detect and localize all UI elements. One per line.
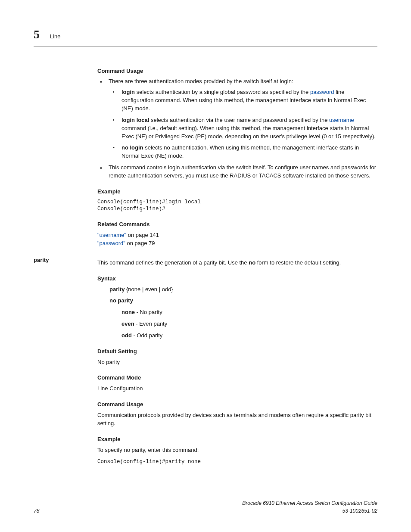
command-usage-heading: Command Usage <box>97 401 377 409</box>
text-segment: on page 79 <box>125 240 155 246</box>
syntax-option: even - Even parity <box>121 320 377 328</box>
chapter-number: 5 <box>34 26 40 44</box>
no-keyword: no <box>249 259 255 266</box>
syntax-option: none - No parity <box>121 308 377 317</box>
password-link[interactable]: password <box>310 89 334 95</box>
footer-right: Brocade 6910 Ethernet Access Switch Conf… <box>242 500 377 515</box>
chapter-title: Line <box>50 33 61 41</box>
mode-name: no login <box>121 144 143 151</box>
text-segment: This command defines the generation of a… <box>97 259 249 266</box>
related-commands-heading: Related Commands <box>97 221 377 229</box>
text-segment: selects authentication via the user name… <box>149 117 329 123</box>
syntax-args: {none | even | odd} <box>125 286 173 292</box>
mode-name: login local <box>121 117 149 123</box>
option-name: none <box>121 309 135 315</box>
syntax-heading: Syntax <box>97 275 377 283</box>
intro-text: There are three authentication modes pro… <box>109 78 293 84</box>
default-setting-heading: Default Setting <box>97 348 377 356</box>
login-content: Command Usage There are three authentica… <box>97 67 377 248</box>
parity-side-label: parity <box>34 256 49 264</box>
example-heading: Example <box>97 188 377 196</box>
option-desc: - Even parity <box>134 320 168 327</box>
page-footer: 78 Brocade 6910 Ethernet Access Switch C… <box>34 500 377 515</box>
mode-name: login <box>121 89 135 95</box>
text-segment: selects authentication by a single globa… <box>135 89 310 95</box>
list-item: no login selects no authentication. When… <box>109 144 377 160</box>
text-segment: form to restore the default setting. <box>255 259 341 266</box>
syntax-cmd: no parity <box>109 297 133 304</box>
page-container: 5 Line Command Usage There are three aut… <box>0 0 411 532</box>
doc-number: 53-1002651-02 <box>342 508 377 514</box>
list-item: This command controls login authenticati… <box>97 164 377 180</box>
parity-content: This command defines the generation of a… <box>97 259 377 466</box>
command-usage-text: Communication protocols provided by devi… <box>97 411 377 428</box>
usage-list: There are three authentication modes pro… <box>97 78 377 180</box>
text-segment: selects no authentication. When using th… <box>121 144 359 159</box>
option-name: even <box>121 320 134 327</box>
command-mode-value: Line Configuration <box>97 385 377 393</box>
example-code: Console(config-line)#parity none <box>97 458 377 466</box>
auth-modes-list: login selects authentication by a single… <box>109 88 377 160</box>
syntax-cmd: parity <box>109 286 125 292</box>
option-desc: - Odd parity <box>132 332 163 339</box>
username-link[interactable]: username <box>329 117 354 123</box>
doc-title: Brocade 6910 Ethernet Access Switch Conf… <box>242 500 377 506</box>
syntax-line: no parity <box>109 297 377 305</box>
related-commands: "username" on page 141 "password" on pag… <box>97 231 377 248</box>
parity-intro: This command defines the generation of a… <box>97 259 377 267</box>
command-usage-heading: Command Usage <box>97 67 377 75</box>
example-intro: To specify no parity, enter this command… <box>97 446 377 454</box>
default-setting-value: No parity <box>97 358 377 367</box>
list-item: login selects authentication by a single… <box>109 88 377 113</box>
option-name: odd <box>121 332 132 339</box>
example-code: Console(config-line)#login local Console… <box>97 199 377 213</box>
related-password-link[interactable]: "password" <box>97 240 125 246</box>
list-item: login local selects authentication via t… <box>109 116 377 141</box>
text-segment: command (i.e., default setting). When us… <box>121 125 376 140</box>
syntax-option: odd - Odd parity <box>121 332 377 340</box>
text-segment: on page 141 <box>126 232 159 238</box>
example-heading: Example <box>97 436 377 444</box>
related-username-link[interactable]: "username" <box>97 232 126 238</box>
syntax-line: parity {none | even | odd} <box>109 286 377 294</box>
list-item: There are three authentication modes pro… <box>97 78 377 160</box>
text-segment: This command controls login authenticati… <box>109 164 376 179</box>
page-number: 78 <box>34 507 39 515</box>
page-header: 5 Line <box>34 26 377 47</box>
option-desc: - No parity <box>135 309 162 315</box>
command-mode-heading: Command Mode <box>97 374 377 382</box>
